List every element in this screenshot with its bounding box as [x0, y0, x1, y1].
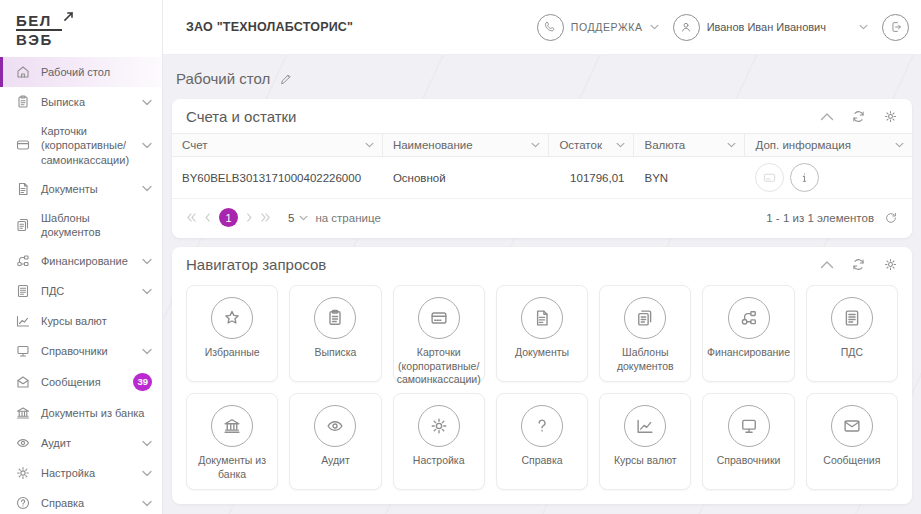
sidebar-item-exchange-rates[interactable]: Курсы валют [0, 306, 162, 336]
tile-documents[interactable]: Документы [496, 285, 588, 382]
bank-icon [15, 405, 31, 421]
column-header-extra-info[interactable]: Доп. информация [745, 134, 912, 156]
sidebar-item-help[interactable]: Справка [0, 488, 162, 514]
table-row[interactable]: BY60BELB3013171000402226000 Основной 101… [172, 157, 912, 199]
balance-cell: 101796,01 [549, 157, 634, 198]
first-page-icon[interactable] [186, 213, 197, 222]
eye-icon [314, 405, 356, 447]
sidebar-item-bank-documents[interactable]: Документы из банка [0, 398, 162, 428]
company-name: ЗАО "ТЕХНОЛАБСТОРИС" [186, 20, 353, 34]
tile-doc-templates[interactable]: Шаблоны документов [599, 285, 691, 382]
chevron-down-icon [895, 142, 904, 148]
row-actions-cell [745, 157, 912, 198]
sidebar-item-directories[interactable]: Справочники [0, 336, 162, 366]
refresh-icon[interactable] [851, 257, 866, 272]
eye-icon [15, 435, 31, 451]
sidebar-item-audit[interactable]: Аудит [0, 428, 162, 458]
chevron-down-icon [142, 142, 152, 149]
brand-logo[interactable]: БЕЛ ВЭБ [0, 0, 162, 55]
pagination-bar: 1 5 на странице 1 - 1 из 1 элементов [172, 199, 912, 238]
tile-favorites[interactable]: Избранные [186, 285, 278, 382]
sidebar-item-label: Документы из банка [41, 406, 152, 420]
envelope-icon [831, 405, 873, 447]
next-page-icon[interactable] [246, 213, 253, 222]
account-name-cell: Основной [383, 157, 550, 198]
sidebar-item-statement[interactable]: Выписка [0, 87, 162, 117]
pencil-icon[interactable] [279, 72, 293, 86]
tile-help[interactable]: Справка [496, 393, 588, 490]
column-header-name[interactable]: Наименование [383, 134, 550, 156]
tile-directories[interactable]: Справочники [702, 393, 794, 490]
tile-financing[interactable]: Финансирование [702, 285, 794, 382]
chevron-down-icon [142, 288, 152, 295]
page-size-value: 5 [288, 212, 294, 224]
app-window: БЕЛ ВЭБ Рабочий стол Выписка Карточки (к… [0, 0, 921, 514]
collapse-icon[interactable] [820, 260, 834, 269]
collapse-icon[interactable] [820, 112, 834, 121]
tile-settings[interactable]: Настройка [393, 393, 485, 490]
sidebar-item-label: Справочники [41, 344, 132, 358]
tile-statement[interactable]: Выписка [289, 285, 381, 382]
sidebar-item-doc-templates[interactable]: Шаблоны документов [0, 204, 162, 247]
gear-icon[interactable] [883, 257, 898, 272]
tile-bank-documents[interactable]: Документы из банка [186, 393, 278, 490]
column-header-balance[interactable]: Остаток [549, 134, 634, 156]
document-copy-icon [624, 297, 666, 339]
logout-button[interactable] [882, 14, 909, 41]
sidebar-item-label: Настройка [41, 466, 132, 480]
tile-pds[interactable]: ПДС [806, 285, 898, 382]
support-menu[interactable]: ПОДДЕРЖКА [537, 14, 659, 41]
sidebar-item-label: Курсы валют [41, 314, 152, 328]
page-title: Рабочий стол [176, 70, 270, 87]
column-header-currency[interactable]: Валюта [634, 134, 745, 156]
pagination-summary: 1 - 1 из 1 элементов [766, 212, 874, 224]
top-header: ЗАО "ТЕХНОЛАБСТОРИС" ПОДДЕРЖКА Иванов Ив… [163, 0, 921, 55]
account-number-cell: BY60BELB3013171000402226000 [172, 157, 383, 198]
column-header-account[interactable]: Счет [172, 134, 383, 156]
chevron-down-icon [142, 258, 152, 265]
sidebar-item-label: Справка [41, 496, 132, 510]
brand-logo-top: БЕЛ [16, 12, 62, 31]
sidebar-item-label: Сообщения [41, 375, 123, 389]
tile-audit[interactable]: Аудит [289, 393, 381, 490]
tile-cards[interactable]: Карточки (корпоративные/ самоинкассации) [393, 285, 485, 382]
accounts-panel: Счета и остатки Счет Наименование Остато… [172, 99, 912, 238]
gear-icon[interactable] [883, 109, 898, 124]
sidebar-item-documents[interactable]: Документы [0, 174, 162, 204]
card-action-icon[interactable] [755, 163, 784, 192]
chevron-down-icon [142, 440, 152, 447]
sidebar-item-label: Финансирование [41, 254, 132, 268]
chart-line-icon [15, 313, 31, 329]
chevron-down-icon [142, 500, 152, 507]
chevron-down-icon [142, 470, 152, 477]
refresh-icon[interactable] [884, 211, 898, 225]
info-action-icon[interactable] [790, 163, 819, 192]
card-icon [418, 297, 460, 339]
sidebar-item-financing[interactable]: Финансирование [0, 246, 162, 276]
chevron-down-icon [650, 24, 659, 30]
page-size-select[interactable]: 5 [288, 212, 308, 224]
monitor-icon [15, 343, 31, 359]
support-label: ПОДДЕРЖКА [571, 21, 643, 33]
tile-messages[interactable]: Сообщения [806, 393, 898, 490]
user-menu[interactable]: Иванов Иван Иванович [673, 14, 868, 41]
chevron-down-icon [727, 142, 736, 148]
sidebar-item-pds[interactable]: ПДС [0, 276, 162, 306]
card-icon [15, 137, 31, 153]
refresh-icon[interactable] [851, 109, 866, 124]
accounts-table-header: Счет Наименование Остаток Валюта Доп. ин… [172, 133, 912, 157]
sidebar-item-cards[interactable]: Карточки (корпоративные/ самоинкассации) [0, 117, 162, 174]
chevron-down-icon [142, 99, 152, 106]
sidebar-item-messages[interactable]: Сообщения 39 [0, 366, 162, 398]
chart-line-icon [624, 405, 666, 447]
envelope-open-icon [15, 374, 31, 390]
last-page-icon[interactable] [260, 213, 271, 222]
chevron-down-icon [365, 142, 374, 148]
tile-exchange-rates[interactable]: Курсы валют [599, 393, 691, 490]
sidebar-item-settings[interactable]: Настройка [0, 458, 162, 488]
gear-icon [418, 405, 460, 447]
current-page-button[interactable]: 1 [219, 208, 238, 227]
prev-page-icon[interactable] [204, 213, 211, 222]
sidebar-item-desktop[interactable]: Рабочий стол [0, 57, 162, 87]
home-icon [15, 64, 31, 80]
